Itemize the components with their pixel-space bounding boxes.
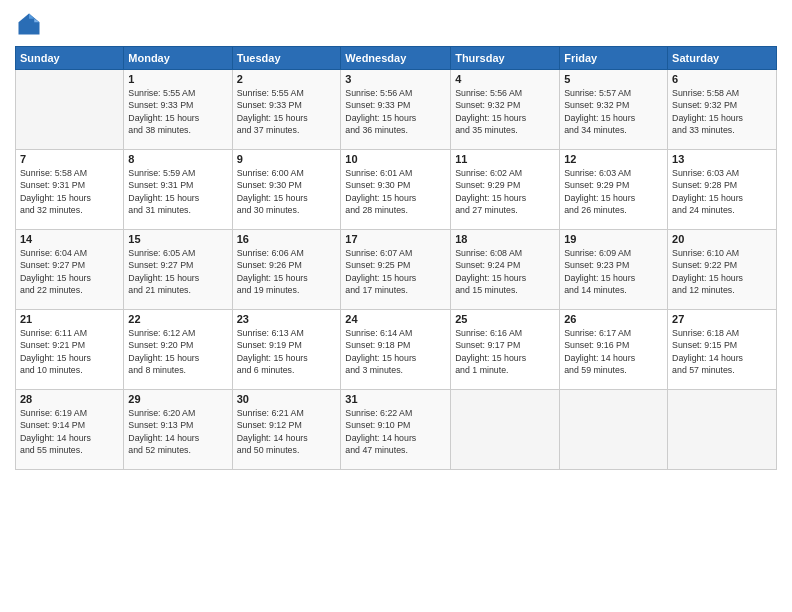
calendar-cell: 10Sunrise: 6:01 AM Sunset: 9:30 PM Dayli…	[341, 150, 451, 230]
day-number: 22	[128, 313, 227, 325]
calendar-header-monday: Monday	[124, 47, 232, 70]
calendar-cell: 25Sunrise: 6:16 AM Sunset: 9:17 PM Dayli…	[451, 310, 560, 390]
day-number: 3	[345, 73, 446, 85]
day-number: 21	[20, 313, 119, 325]
calendar-header-saturday: Saturday	[668, 47, 777, 70]
calendar-cell: 8Sunrise: 5:59 AM Sunset: 9:31 PM Daylig…	[124, 150, 232, 230]
day-number: 25	[455, 313, 555, 325]
logo-icon	[15, 10, 43, 38]
calendar-header-row: SundayMondayTuesdayWednesdayThursdayFrid…	[16, 47, 777, 70]
day-info: Sunrise: 6:14 AM Sunset: 9:18 PM Dayligh…	[345, 327, 446, 376]
calendar-cell: 6Sunrise: 5:58 AM Sunset: 9:32 PM Daylig…	[668, 70, 777, 150]
calendar-cell: 21Sunrise: 6:11 AM Sunset: 9:21 PM Dayli…	[16, 310, 124, 390]
calendar-cell: 16Sunrise: 6:06 AM Sunset: 9:26 PM Dayli…	[232, 230, 341, 310]
day-number: 10	[345, 153, 446, 165]
calendar-cell: 22Sunrise: 6:12 AM Sunset: 9:20 PM Dayli…	[124, 310, 232, 390]
day-info: Sunrise: 6:05 AM Sunset: 9:27 PM Dayligh…	[128, 247, 227, 296]
calendar-cell: 1Sunrise: 5:55 AM Sunset: 9:33 PM Daylig…	[124, 70, 232, 150]
day-info: Sunrise: 5:55 AM Sunset: 9:33 PM Dayligh…	[237, 87, 337, 136]
calendar-cell: 31Sunrise: 6:22 AM Sunset: 9:10 PM Dayli…	[341, 390, 451, 470]
calendar-cell: 27Sunrise: 6:18 AM Sunset: 9:15 PM Dayli…	[668, 310, 777, 390]
day-number: 27	[672, 313, 772, 325]
day-info: Sunrise: 6:06 AM Sunset: 9:26 PM Dayligh…	[237, 247, 337, 296]
day-number: 19	[564, 233, 663, 245]
calendar-cell: 29Sunrise: 6:20 AM Sunset: 9:13 PM Dayli…	[124, 390, 232, 470]
day-number: 18	[455, 233, 555, 245]
calendar-header-friday: Friday	[560, 47, 668, 70]
calendar-cell: 19Sunrise: 6:09 AM Sunset: 9:23 PM Dayli…	[560, 230, 668, 310]
day-number: 14	[20, 233, 119, 245]
day-number: 4	[455, 73, 555, 85]
calendar-cell: 28Sunrise: 6:19 AM Sunset: 9:14 PM Dayli…	[16, 390, 124, 470]
calendar-cell: 20Sunrise: 6:10 AM Sunset: 9:22 PM Dayli…	[668, 230, 777, 310]
calendar-cell	[451, 390, 560, 470]
calendar-header-thursday: Thursday	[451, 47, 560, 70]
calendar-header-sunday: Sunday	[16, 47, 124, 70]
calendar-cell: 15Sunrise: 6:05 AM Sunset: 9:27 PM Dayli…	[124, 230, 232, 310]
day-info: Sunrise: 5:58 AM Sunset: 9:31 PM Dayligh…	[20, 167, 119, 216]
day-info: Sunrise: 6:04 AM Sunset: 9:27 PM Dayligh…	[20, 247, 119, 296]
day-number: 13	[672, 153, 772, 165]
day-number: 1	[128, 73, 227, 85]
day-info: Sunrise: 5:57 AM Sunset: 9:32 PM Dayligh…	[564, 87, 663, 136]
day-number: 2	[237, 73, 337, 85]
calendar-cell: 26Sunrise: 6:17 AM Sunset: 9:16 PM Dayli…	[560, 310, 668, 390]
day-number: 6	[672, 73, 772, 85]
calendar-week-5: 28Sunrise: 6:19 AM Sunset: 9:14 PM Dayli…	[16, 390, 777, 470]
day-info: Sunrise: 6:21 AM Sunset: 9:12 PM Dayligh…	[237, 407, 337, 456]
calendar-cell	[560, 390, 668, 470]
calendar-cell: 3Sunrise: 5:56 AM Sunset: 9:33 PM Daylig…	[341, 70, 451, 150]
day-number: 9	[237, 153, 337, 165]
day-number: 30	[237, 393, 337, 405]
day-info: Sunrise: 6:03 AM Sunset: 9:28 PM Dayligh…	[672, 167, 772, 216]
day-number: 28	[20, 393, 119, 405]
day-number: 29	[128, 393, 227, 405]
day-info: Sunrise: 6:22 AM Sunset: 9:10 PM Dayligh…	[345, 407, 446, 456]
calendar-cell: 23Sunrise: 6:13 AM Sunset: 9:19 PM Dayli…	[232, 310, 341, 390]
calendar-cell: 11Sunrise: 6:02 AM Sunset: 9:29 PM Dayli…	[451, 150, 560, 230]
calendar-week-3: 14Sunrise: 6:04 AM Sunset: 9:27 PM Dayli…	[16, 230, 777, 310]
calendar-cell: 30Sunrise: 6:21 AM Sunset: 9:12 PM Dayli…	[232, 390, 341, 470]
calendar-header-tuesday: Tuesday	[232, 47, 341, 70]
day-number: 5	[564, 73, 663, 85]
day-number: 15	[128, 233, 227, 245]
calendar-cell: 2Sunrise: 5:55 AM Sunset: 9:33 PM Daylig…	[232, 70, 341, 150]
calendar-cell: 9Sunrise: 6:00 AM Sunset: 9:30 PM Daylig…	[232, 150, 341, 230]
day-number: 11	[455, 153, 555, 165]
day-info: Sunrise: 6:18 AM Sunset: 9:15 PM Dayligh…	[672, 327, 772, 376]
day-info: Sunrise: 5:55 AM Sunset: 9:33 PM Dayligh…	[128, 87, 227, 136]
calendar-cell: 12Sunrise: 6:03 AM Sunset: 9:29 PM Dayli…	[560, 150, 668, 230]
day-info: Sunrise: 6:13 AM Sunset: 9:19 PM Dayligh…	[237, 327, 337, 376]
calendar-cell	[668, 390, 777, 470]
day-info: Sunrise: 6:12 AM Sunset: 9:20 PM Dayligh…	[128, 327, 227, 376]
day-info: Sunrise: 6:20 AM Sunset: 9:13 PM Dayligh…	[128, 407, 227, 456]
day-info: Sunrise: 6:17 AM Sunset: 9:16 PM Dayligh…	[564, 327, 663, 376]
day-number: 31	[345, 393, 446, 405]
calendar-header-wednesday: Wednesday	[341, 47, 451, 70]
day-number: 8	[128, 153, 227, 165]
calendar-cell: 5Sunrise: 5:57 AM Sunset: 9:32 PM Daylig…	[560, 70, 668, 150]
calendar-cell: 7Sunrise: 5:58 AM Sunset: 9:31 PM Daylig…	[16, 150, 124, 230]
day-info: Sunrise: 5:59 AM Sunset: 9:31 PM Dayligh…	[128, 167, 227, 216]
calendar-week-1: 1Sunrise: 5:55 AM Sunset: 9:33 PM Daylig…	[16, 70, 777, 150]
day-info: Sunrise: 6:16 AM Sunset: 9:17 PM Dayligh…	[455, 327, 555, 376]
day-number: 23	[237, 313, 337, 325]
day-info: Sunrise: 6:00 AM Sunset: 9:30 PM Dayligh…	[237, 167, 337, 216]
calendar-cell	[16, 70, 124, 150]
day-info: Sunrise: 6:07 AM Sunset: 9:25 PM Dayligh…	[345, 247, 446, 296]
day-info: Sunrise: 6:11 AM Sunset: 9:21 PM Dayligh…	[20, 327, 119, 376]
day-info: Sunrise: 6:08 AM Sunset: 9:24 PM Dayligh…	[455, 247, 555, 296]
calendar-table: SundayMondayTuesdayWednesdayThursdayFrid…	[15, 46, 777, 470]
day-info: Sunrise: 6:01 AM Sunset: 9:30 PM Dayligh…	[345, 167, 446, 216]
calendar-cell: 24Sunrise: 6:14 AM Sunset: 9:18 PM Dayli…	[341, 310, 451, 390]
day-number: 26	[564, 313, 663, 325]
calendar-cell: 13Sunrise: 6:03 AM Sunset: 9:28 PM Dayli…	[668, 150, 777, 230]
calendar-week-4: 21Sunrise: 6:11 AM Sunset: 9:21 PM Dayli…	[16, 310, 777, 390]
day-number: 17	[345, 233, 446, 245]
day-info: Sunrise: 6:19 AM Sunset: 9:14 PM Dayligh…	[20, 407, 119, 456]
day-info: Sunrise: 6:03 AM Sunset: 9:29 PM Dayligh…	[564, 167, 663, 216]
day-info: Sunrise: 6:10 AM Sunset: 9:22 PM Dayligh…	[672, 247, 772, 296]
calendar-cell: 17Sunrise: 6:07 AM Sunset: 9:25 PM Dayli…	[341, 230, 451, 310]
page: SundayMondayTuesdayWednesdayThursdayFrid…	[0, 0, 792, 612]
calendar-week-2: 7Sunrise: 5:58 AM Sunset: 9:31 PM Daylig…	[16, 150, 777, 230]
